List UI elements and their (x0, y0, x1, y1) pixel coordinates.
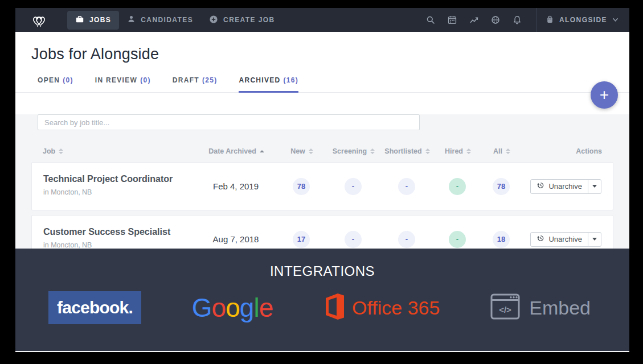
sort-icon (506, 148, 510, 154)
unarchive-button[interactable]: Unarchive (530, 179, 588, 194)
shortlisted-count-badge[interactable]: - (398, 178, 415, 195)
embed-logo[interactable]: </> Embed (490, 293, 591, 322)
app-window: JOBS CANDIDATES (15, 8, 629, 352)
sort-icon (370, 148, 375, 154)
caret-down-icon (592, 238, 597, 241)
date-archived-value: Aug 7, 2018 (196, 234, 276, 244)
all-count-badge[interactable]: 18 (493, 231, 510, 248)
new-count-badge[interactable]: 78 (293, 178, 310, 195)
integrations-panel: INTEGRATIONS facebook. Google Office 365 (15, 249, 629, 351)
tab-draft[interactable]: DRAFT (25) (173, 76, 218, 93)
account-label: ALONGSIDE (559, 16, 607, 24)
search-icon[interactable] (420, 15, 441, 24)
unarchive-split-button: Unarchive (530, 232, 601, 247)
embed-code-window-icon: </> (490, 293, 520, 322)
nav-item-label: CREATE JOB (223, 16, 275, 24)
chevron-down-icon (612, 16, 619, 24)
nav-item-candidates[interactable]: CANDIDATES (119, 11, 201, 29)
add-job-button[interactable]: + (591, 81, 618, 109)
tab-archived[interactable]: ARCHIVED (16) (239, 76, 298, 93)
job-title-link[interactable]: Technical Project Coordinator (43, 174, 196, 184)
google-letter: g (240, 293, 254, 322)
briefcase-icon (75, 15, 84, 26)
jobs-table: Job Date Archived New Screening (31, 147, 613, 263)
nav-item-jobs[interactable]: JOBS (67, 11, 119, 30)
column-header-date-archived[interactable]: Date Archived (196, 147, 276, 155)
hired-count-badge[interactable]: - (449, 231, 466, 248)
column-label: Shortlisted (384, 147, 421, 155)
tab-in-review[interactable]: IN REVIEW (0) (95, 76, 151, 93)
search-input[interactable] (38, 114, 420, 130)
job-location: in Moncton, NB (43, 188, 196, 196)
google-letter: l (253, 293, 259, 322)
hired-count-badge[interactable]: - (449, 178, 466, 195)
analytics-icon[interactable] (463, 15, 485, 24)
tab-count: (0) (140, 76, 151, 84)
svg-text:</>: </> (499, 305, 511, 315)
column-label: Job (43, 147, 55, 155)
google-letter: e (259, 293, 273, 322)
job-cell: Technical Project Coordinator in Moncton… (43, 163, 196, 196)
nav-item-label: CANDIDATES (141, 16, 193, 24)
google-letter: G (192, 293, 212, 322)
tab-count: (25) (202, 76, 218, 84)
sort-icon (309, 148, 313, 154)
tab-label: OPEN (38, 76, 60, 84)
column-header-actions: Actions (522, 147, 602, 155)
plus-circle-icon (209, 15, 218, 26)
alongside-logo-icon[interactable] (31, 13, 47, 27)
column-header-all[interactable]: All (481, 147, 522, 155)
google-letter: o (226, 293, 240, 322)
bell-icon[interactable] (506, 15, 528, 24)
unarchive-dropdown-button[interactable] (588, 179, 601, 194)
column-label: Screening (333, 147, 367, 155)
sort-icon (466, 148, 471, 154)
job-location: in Moncton, NB (43, 241, 196, 249)
shortlisted-count-badge[interactable]: - (398, 231, 415, 248)
sort-asc-icon (260, 150, 264, 152)
column-header-hired[interactable]: Hired (435, 147, 481, 155)
desktop-background: JOBS CANDIDATES (0, 0, 643, 364)
actions-cell: Unarchive (522, 232, 601, 247)
calendar-icon[interactable] (441, 15, 463, 24)
restore-history-icon (536, 234, 544, 244)
account-menu[interactable]: ALONGSIDE (543, 11, 621, 29)
globe-icon[interactable] (485, 15, 506, 24)
tab-label: ARCHIVED (239, 76, 280, 84)
tab-count: (16) (284, 76, 299, 84)
column-header-new[interactable]: New (276, 147, 327, 155)
column-header-shortlisted[interactable]: Shortlisted (380, 147, 435, 155)
all-count-badge[interactable]: 78 (493, 178, 510, 195)
google-logo[interactable]: Google (192, 292, 273, 323)
unarchive-button[interactable]: Unarchive (530, 232, 588, 247)
tab-label: DRAFT (173, 76, 199, 84)
column-label: Actions (576, 147, 602, 155)
navbar-right: ALONGSIDE (420, 8, 621, 32)
tab-open[interactable]: OPEN (0) (38, 76, 73, 93)
job-title-link[interactable]: Customer Success Specialist (43, 227, 196, 237)
column-header-screening[interactable]: Screening (327, 147, 380, 155)
table-header: Job Date Archived New Screening (31, 147, 613, 155)
tab-label: IN REVIEW (95, 76, 137, 84)
column-label: Date Archived (208, 147, 256, 155)
page-title: Jobs for Alongside (31, 46, 629, 63)
unarchive-label: Unarchive (548, 235, 582, 243)
facebook-logo[interactable]: facebook. (48, 291, 141, 324)
account-avatar-icon (546, 15, 554, 26)
column-label: Hired (445, 147, 463, 155)
person-icon (127, 15, 136, 25)
integrations-title: INTEGRATIONS (15, 263, 629, 279)
column-header-job[interactable]: Job (43, 147, 196, 155)
nav-item-create-job[interactable]: CREATE JOB (201, 11, 282, 30)
office365-logo[interactable]: Office 365 (323, 293, 440, 322)
screening-count-badge[interactable]: - (345, 231, 362, 248)
unarchive-label: Unarchive (548, 182, 582, 191)
new-count-badge[interactable]: 17 (293, 231, 310, 248)
google-letter: o (212, 293, 226, 322)
caret-down-icon (592, 185, 597, 188)
office365-logo-text: Office 365 (352, 297, 440, 319)
tabs-bar: OPEN (0) IN REVIEW (0) DRAFT (25) ARCHIV… (15, 76, 629, 93)
unarchive-dropdown-button[interactable] (588, 232, 601, 247)
column-label: All (493, 147, 502, 155)
screening-count-badge[interactable]: - (345, 178, 362, 195)
